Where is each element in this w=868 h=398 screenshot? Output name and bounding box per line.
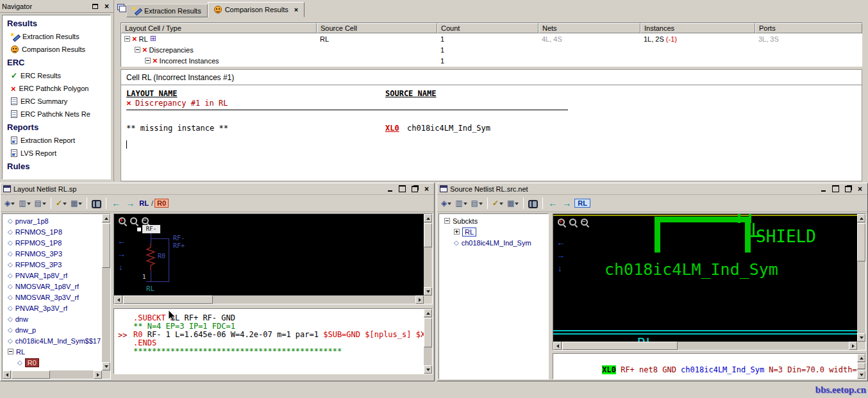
minimize-button[interactable]: [819, 185, 828, 193]
nav-item-comparison-results[interactable]: Comparison Results: [3, 43, 110, 56]
source-subckt-tree[interactable]: Subckts RL ◇ch018ic4LM_Ind_Sym: [438, 213, 549, 379]
tree-item-rl[interactable]: RL: [440, 226, 547, 237]
layout-panel-titlebar[interactable]: Layout Netlist RL.sp ×: [1, 183, 434, 195]
probe-tool-button[interactable]: ◈: [440, 197, 453, 210]
probe-tool-button[interactable]: ◈: [3, 197, 16, 210]
collapse-toggle-icon[interactable]: [8, 349, 13, 354]
netlist-vertical-scrollbar[interactable]: [857, 354, 865, 379]
nav-item-extraction-results[interactable]: Extraction Results: [3, 30, 110, 43]
nav-item-lvs-report[interactable]: LVS Report: [3, 147, 110, 160]
maximize-button[interactable]: [831, 185, 840, 193]
maximize-button[interactable]: [397, 185, 407, 193]
table-row-discrepancies[interactable]: × Discrepancies 1: [121, 44, 862, 55]
tree-item[interactable]: ◇dnw_p: [3, 324, 101, 335]
netlist-vertical-scrollbar[interactable]: [424, 309, 432, 374]
layout-netlist-text[interactable]: >> .SUBCKT RL RF+ RF- GND ** N=4 EP=3 IP…: [113, 308, 433, 374]
canvas-horizontal-scrollbar[interactable]: [553, 342, 857, 350]
navigator-close-button[interactable]: ×: [102, 2, 112, 11]
pan-down-icon[interactable]: ↓: [119, 263, 123, 271]
tree-item-cell[interactable]: ◇ch018ic4LM_Ind_Sym: [440, 237, 547, 248]
pan-down-icon[interactable]: ↓: [558, 264, 562, 272]
tree-item-rl[interactable]: RL: [3, 346, 101, 357]
tree-item[interactable]: ◇RFPMOS_3P3: [3, 259, 101, 270]
tree-item-r0[interactable]: ◇R0: [3, 357, 101, 368]
grid-tool-button[interactable]: ▦: [506, 197, 520, 210]
nav-item-extraction-report[interactable]: Extraction Report: [3, 134, 110, 147]
tree-item[interactable]: ◇ch018ic4LM_Ind_Sym$$17: [3, 335, 101, 346]
tree-item[interactable]: ◇PNVAR_1p8V_rf: [3, 270, 101, 281]
report-tool-button[interactable]: ▤: [470, 197, 484, 210]
col-ports[interactable]: Ports: [755, 23, 862, 33]
tab-extraction-results[interactable]: Extraction Results: [126, 4, 208, 17]
collapse-toggle-icon[interactable]: [145, 58, 151, 63]
pan-left-icon[interactable]: ←: [117, 237, 126, 245]
col-layout-cell[interactable]: Layout Cell / Type: [121, 23, 317, 33]
col-instances[interactable]: Instances: [640, 23, 755, 33]
filter-tool-button[interactable]: ▥: [17, 197, 31, 210]
nav-item-erc-pathchk-polygon[interactable]: × ERC Pathchk Polygon: [3, 82, 110, 95]
float-button[interactable]: [843, 185, 853, 193]
collapse-toggle-icon[interactable]: [444, 218, 450, 224]
check-tool-button[interactable]: ✓: [54, 197, 68, 210]
layout-schematic-canvas[interactable]: ← → ↓ RF- RF- RF+ R0 1 RL: [113, 213, 433, 304]
tree-item[interactable]: ◇dnw: [3, 313, 101, 324]
navigator-titlebar[interactable]: Navigator ×: [0, 0, 113, 13]
pan-right-icon[interactable]: →: [117, 250, 126, 258]
find-button[interactable]: [90, 197, 103, 210]
zoom-in-icon[interactable]: [118, 217, 127, 226]
tree-item[interactable]: ◇RFNMOS_3P3: [3, 248, 101, 259]
window-stack-icon[interactable]: [117, 4, 126, 12]
tree-item[interactable]: ◇NMOSVAR_1p8V_rf: [3, 281, 101, 292]
col-count[interactable]: Count: [437, 23, 538, 33]
tree-horizontal-scrollbar[interactable]: [3, 370, 102, 379]
tree-root-subckts[interactable]: Subckts: [440, 215, 547, 226]
minimize-button[interactable]: [385, 185, 395, 193]
source-panel-titlebar[interactable]: Source Netlist RL.src.net ×: [437, 183, 867, 195]
col-source-cell[interactable]: Source Cell: [317, 23, 437, 33]
layout-cell-tree[interactable]: ◇pnvar_1p8 ◇RFNMOS_1P8 ◇RFPMOS_1P8 ◇RFNM…: [2, 213, 111, 379]
close-button[interactable]: ×: [855, 185, 865, 193]
report-tool-button[interactable]: ▤: [33, 197, 47, 210]
canvas-vertical-scrollbar[interactable]: [424, 214, 432, 295]
collapse-toggle-icon[interactable]: [124, 36, 130, 42]
close-button[interactable]: ×: [422, 185, 431, 193]
highlighted-instance-ref[interactable]: XL0: [602, 365, 616, 374]
tab-comparison-results[interactable]: Comparison Results ×: [208, 2, 305, 17]
col-nets[interactable]: Nets: [538, 23, 640, 33]
pan-right-icon[interactable]: →: [556, 251, 565, 260]
layout-view-icon[interactable]: ⊞: [150, 35, 156, 42]
filter-tool-button[interactable]: ▥: [454, 197, 468, 210]
zoom-out-icon[interactable]: [141, 217, 150, 226]
discrepancy-line[interactable]: Discrepancy #1 in RL: [135, 99, 228, 108]
pan-left-icon[interactable]: ←: [556, 238, 565, 247]
float-button[interactable]: [410, 185, 419, 193]
check-tool-button[interactable]: ✓: [491, 197, 505, 210]
table-row-rl[interactable]: × RL ⊞ RL 1 4L, 4S 1L, 2S (-1) 3L, 3S: [121, 33, 862, 44]
back-button[interactable]: ←: [110, 198, 122, 208]
forward-button[interactable]: →: [560, 198, 573, 208]
zoom-icon[interactable]: [569, 218, 578, 227]
source-netlist-text[interactable]: XL0 RF+ net8 GND ch018ic4LM_Ind_Sym N=3 …: [553, 353, 866, 379]
tree-item[interactable]: ◇RFNMOS_1P8: [3, 226, 101, 237]
canvas-horizontal-scrollbar[interactable]: [114, 295, 424, 304]
expand-toggle-icon[interactable]: [454, 229, 460, 235]
canvas-vertical-scrollbar[interactable]: [857, 214, 865, 342]
grid-tool-button[interactable]: ▦: [69, 197, 83, 210]
tree-item[interactable]: ◇PNVAR_3p3V_rf: [3, 303, 101, 313]
collapse-toggle-icon[interactable]: [135, 47, 140, 53]
nav-item-erc-summary[interactable]: ERC Summary: [3, 95, 110, 108]
tree-vertical-scrollbar[interactable]: [102, 214, 110, 370]
zoom-icon[interactable]: [129, 217, 138, 226]
breadcrumb-cell[interactable]: RL: [138, 199, 150, 207]
zoom-out-icon[interactable]: [580, 218, 589, 227]
nav-item-erc-results[interactable]: ✓ ERC Results: [3, 69, 110, 82]
tree-item[interactable]: ◇pnvar_1p8: [3, 215, 101, 226]
navigator-float-button[interactable]: [90, 2, 100, 11]
breadcrumb-device[interactable]: R0: [154, 199, 169, 208]
tree-item[interactable]: ◇NMOSVAR_3p3V_rf: [3, 292, 101, 303]
instance-ref-link[interactable]: XL0: [385, 124, 399, 133]
back-button[interactable]: ←: [546, 198, 559, 208]
find-button[interactable]: [527, 197, 539, 210]
source-layout-canvas[interactable]: ← → ↓ SHIELD ch018ic4LM_Ind_Sym RL: [553, 213, 866, 351]
nav-item-erc-pathchk-nets[interactable]: ERC Pathchk Nets Re: [3, 108, 110, 120]
